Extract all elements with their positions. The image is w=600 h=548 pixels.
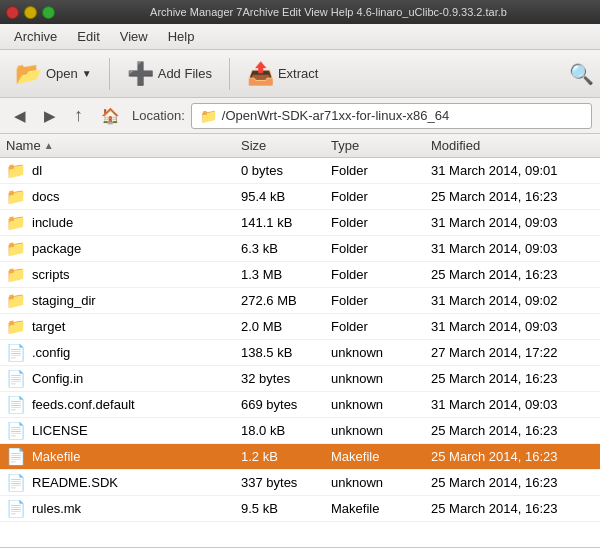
- path-folder-icon: 📁: [200, 108, 217, 124]
- file-name-cell: 📄 Config.in: [6, 369, 241, 388]
- table-row[interactable]: 📄 README.SDK 337 bytes unknown 25 March …: [0, 470, 600, 496]
- file-modified: 25 March 2014, 16:23: [431, 371, 600, 386]
- file-name-cell: 📄 rules.mk: [6, 499, 241, 518]
- file-size: 2.0 MB: [241, 319, 331, 334]
- toolbar: 📂 Open ▼ ➕ Add Files 📤 Extract 🔍: [0, 50, 600, 98]
- titlebar: Archive Manager 7Archive Edit View Help …: [0, 0, 600, 24]
- file-type: unknown: [331, 397, 431, 412]
- extract-label: Extract: [278, 66, 318, 81]
- file-name-cell: 📄 README.SDK: [6, 473, 241, 492]
- file-icon: 📁: [6, 317, 26, 336]
- home-button[interactable]: 🏠: [95, 103, 126, 129]
- table-row[interactable]: 📄 .config 138.5 kB unknown 27 March 2014…: [0, 340, 600, 366]
- col-type[interactable]: Type: [331, 138, 431, 153]
- file-name: package: [32, 241, 81, 256]
- open-button[interactable]: 📂 Open ▼: [6, 56, 101, 92]
- minimize-button[interactable]: [24, 6, 37, 19]
- file-type: unknown: [331, 475, 431, 490]
- file-size: 138.5 kB: [241, 345, 331, 360]
- table-row[interactable]: 📁 target 2.0 MB Folder 31 March 2014, 09…: [0, 314, 600, 340]
- file-type: Folder: [331, 293, 431, 308]
- file-icon: 📄: [6, 395, 26, 414]
- file-name-cell: 📄 .config: [6, 343, 241, 362]
- file-rows: 📁 dl 0 bytes Folder 31 March 2014, 09:01…: [0, 158, 600, 522]
- file-modified: 27 March 2014, 17:22: [431, 345, 600, 360]
- file-size: 1.2 kB: [241, 449, 331, 464]
- add-files-label: Add Files: [158, 66, 212, 81]
- table-row[interactable]: 📄 Config.in 32 bytes unknown 25 March 20…: [0, 366, 600, 392]
- menu-help[interactable]: Help: [160, 26, 203, 47]
- path-text: /OpenWrt-SDK-ar71xx-for-linux-x86_64: [222, 108, 449, 123]
- add-files-icon: ➕: [127, 61, 154, 87]
- table-row[interactable]: 📁 package 6.3 kB Folder 31 March 2014, 0…: [0, 236, 600, 262]
- file-name: rules.mk: [32, 501, 81, 516]
- table-row[interactable]: 📁 docs 95.4 kB Folder 25 March 2014, 16:…: [0, 184, 600, 210]
- col-name[interactable]: Name ▲: [6, 138, 241, 153]
- file-name-cell: 📁 target: [6, 317, 241, 336]
- file-modified: 31 March 2014, 09:02: [431, 293, 600, 308]
- file-type: Makefile: [331, 449, 431, 464]
- file-icon: 📁: [6, 265, 26, 284]
- file-name-cell: 📁 include: [6, 213, 241, 232]
- open-dropdown-icon[interactable]: ▼: [82, 68, 92, 79]
- location-path[interactable]: 📁 /OpenWrt-SDK-ar71xx-for-linux-x86_64: [191, 103, 592, 129]
- up-button[interactable]: ↑: [68, 101, 89, 130]
- sort-arrow: ▲: [44, 140, 54, 151]
- col-modified[interactable]: Modified: [431, 138, 600, 153]
- table-row[interactable]: 📄 feeds.conf.default 669 bytes unknown 3…: [0, 392, 600, 418]
- file-modified: 25 March 2014, 16:23: [431, 501, 600, 516]
- extract-button[interactable]: 📤 Extract: [238, 56, 327, 92]
- menu-archive[interactable]: Archive: [6, 26, 65, 47]
- search-icon[interactable]: 🔍: [569, 62, 594, 86]
- table-row[interactable]: 📄 LICENSE 18.0 kB unknown 25 March 2014,…: [0, 418, 600, 444]
- forward-button[interactable]: ▶: [38, 103, 62, 129]
- file-icon: 📁: [6, 213, 26, 232]
- file-name-cell: 📄 Makefile: [6, 447, 241, 466]
- col-size[interactable]: Size: [241, 138, 331, 153]
- file-name: include: [32, 215, 73, 230]
- file-name-cell: 📄 LICENSE: [6, 421, 241, 440]
- file-name-cell: 📄 feeds.conf.default: [6, 395, 241, 414]
- table-row[interactable]: 📁 include 141.1 kB Folder 31 March 2014,…: [0, 210, 600, 236]
- main-content: Name ▲ Size Type Modified 📁 dl 0 bytes F…: [0, 134, 600, 548]
- file-size: 6.3 kB: [241, 241, 331, 256]
- file-type: unknown: [331, 371, 431, 386]
- file-name: docs: [32, 189, 59, 204]
- file-size: 18.0 kB: [241, 423, 331, 438]
- column-headers: Name ▲ Size Type Modified: [0, 134, 600, 158]
- file-modified: 25 March 2014, 16:23: [431, 189, 600, 204]
- add-files-button[interactable]: ➕ Add Files: [118, 56, 221, 92]
- menubar: Archive Edit View Help: [0, 24, 600, 50]
- file-modified: 31 March 2014, 09:03: [431, 397, 600, 412]
- table-row[interactable]: 📁 scripts 1.3 MB Folder 25 March 2014, 1…: [0, 262, 600, 288]
- file-modified: 31 March 2014, 09:03: [431, 319, 600, 334]
- open-label: Open: [46, 66, 78, 81]
- table-row[interactable]: 📄 rules.mk 9.5 kB Makefile 25 March 2014…: [0, 496, 600, 522]
- file-size: 1.3 MB: [241, 267, 331, 282]
- file-type: Folder: [331, 215, 431, 230]
- file-size: 272.6 MB: [241, 293, 331, 308]
- file-type: Makefile: [331, 501, 431, 516]
- file-icon: 📄: [6, 499, 26, 518]
- file-type: unknown: [331, 345, 431, 360]
- file-type: Folder: [331, 267, 431, 282]
- file-name-cell: 📁 staging_dir: [6, 291, 241, 310]
- menu-view[interactable]: View: [112, 26, 156, 47]
- file-list-container[interactable]: Name ▲ Size Type Modified 📁 dl 0 bytes F…: [0, 134, 600, 548]
- menu-edit[interactable]: Edit: [69, 26, 107, 47]
- table-row[interactable]: 📁 dl 0 bytes Folder 31 March 2014, 09:01: [0, 158, 600, 184]
- separator-2: [229, 58, 230, 90]
- close-button[interactable]: [6, 6, 19, 19]
- extract-icon: 📤: [247, 61, 274, 87]
- file-modified: 25 March 2014, 16:23: [431, 267, 600, 282]
- file-icon: 📁: [6, 291, 26, 310]
- maximize-button[interactable]: [42, 6, 55, 19]
- file-icon: 📁: [6, 239, 26, 258]
- file-name-cell: 📁 docs: [6, 187, 241, 206]
- table-row[interactable]: 📁 staging_dir 272.6 MB Folder 31 March 2…: [0, 288, 600, 314]
- file-icon: 📁: [6, 187, 26, 206]
- file-icon: 📄: [6, 447, 26, 466]
- file-type: Folder: [331, 319, 431, 334]
- table-row[interactable]: 📄 Makefile 1.2 kB Makefile 25 March 2014…: [0, 444, 600, 470]
- back-button[interactable]: ◀: [8, 103, 32, 129]
